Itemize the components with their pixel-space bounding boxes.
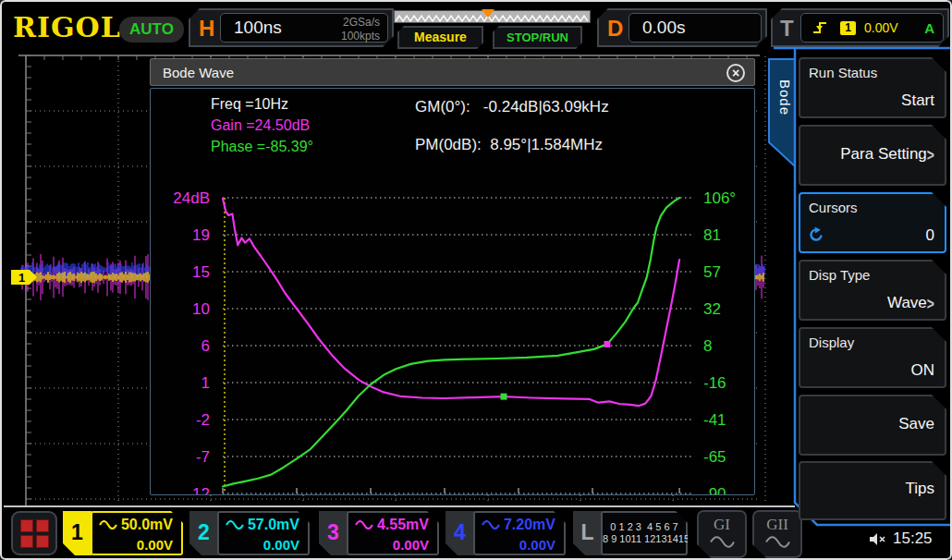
- delay-label: D: [607, 11, 623, 46]
- svg-text:57: 57: [703, 263, 721, 281]
- bottom-separator: [4, 505, 795, 507]
- sine-wave-icon: [764, 536, 790, 548]
- svg-text:-41: -41: [703, 411, 726, 429]
- svg-text:-7: -7: [196, 448, 210, 466]
- horizontal-label: H: [199, 11, 214, 46]
- delay-value: 0.00s: [642, 18, 685, 38]
- menu-item-para-setting[interactable]: Para Setting>: [799, 125, 946, 186]
- menu-value: Start: [901, 91, 934, 110]
- menu-value: ON: [911, 361, 935, 380]
- menu-item-disp-type[interactable]: Disp Type Wave>: [799, 260, 946, 321]
- menu-label: Disp Type: [809, 267, 870, 283]
- channel-2-number: 2: [189, 511, 218, 555]
- cursor-freq-readout: Freq =10Hz: [211, 96, 288, 113]
- speaker-muted-icon: [869, 532, 886, 546]
- channel-1-box[interactable]: 1 50.0mV 0.00V: [63, 511, 183, 555]
- svg-text:32: 32: [703, 300, 721, 318]
- horizontal-panel[interactable]: H 100ns 2GSa/s100kpts: [189, 8, 394, 47]
- menu-label: Run Status: [809, 65, 877, 80]
- horizontal-readout: 100ns 2GSa/s100kpts: [220, 13, 388, 43]
- menu-value: Tips: [906, 480, 935, 498]
- logic-channel-numbers: 0 1 2 3 4 5 6 78 9 1011 12131415: [601, 511, 688, 555]
- sine-wave-icon: [709, 536, 735, 548]
- gain-margin-readout: GM(0°): -0.24dB|63.09kHz: [415, 98, 609, 116]
- trigger-source-badge: 1: [840, 21, 856, 35]
- menu-value: Wave>: [887, 294, 934, 312]
- svg-text:1: 1: [201, 374, 210, 392]
- main-menu-button[interactable]: [11, 511, 57, 555]
- delay-panel[interactable]: D 0.00s: [597, 8, 767, 47]
- svg-text:-12: -12: [187, 485, 210, 494]
- menu-value: Para Setting>: [840, 145, 934, 164]
- channel-4-box[interactable]: 4 7.20mV 0.00V: [445, 511, 566, 555]
- trigger-sweep-mode: A: [924, 20, 934, 36]
- channel-2-values: 57.0mV 0.00V: [217, 511, 310, 555]
- ac-coupling-icon: [482, 520, 500, 530]
- channel-4-values: 7.20mV 0.00V: [473, 511, 566, 555]
- channel-2-box[interactable]: 2 57.0mV 0.00V: [189, 511, 310, 555]
- stop-run-button[interactable]: STOP/RUN: [493, 26, 582, 49]
- menu-item-save[interactable]: Save: [799, 395, 946, 456]
- channel-3-values: 4.55mV 0.00V: [347, 511, 439, 555]
- svg-text:10: 10: [192, 300, 210, 318]
- dialog-header[interactable]: Bode Wave ×: [150, 58, 755, 86]
- trigger-label: T: [780, 11, 794, 46]
- menu-value: 0: [926, 226, 934, 245]
- status-clock: 15:25: [869, 530, 933, 548]
- cursor-gain-readout: Gain =24.50dB: [211, 117, 310, 134]
- generator-1-label: GI: [699, 515, 745, 535]
- channel-4-number: 4: [445, 511, 474, 555]
- trigger-panel[interactable]: T 1 0.00V A: [771, 8, 949, 47]
- svg-text:-65: -65: [703, 448, 726, 466]
- dialog-title: Bode Wave: [163, 59, 234, 87]
- svg-text:1: 1: [18, 271, 25, 285]
- menu-value: Save: [898, 415, 934, 433]
- menu-grid-icon: [20, 519, 33, 532]
- svg-text:81: 81: [703, 226, 721, 244]
- sample-rate: 2GSa/s100kpts: [341, 16, 380, 43]
- svg-text:24dB: 24dB: [173, 189, 210, 207]
- trigger-position-marker: [482, 9, 494, 18]
- svg-text:106°: 106°: [703, 189, 736, 207]
- ac-coupling-icon: [99, 520, 117, 530]
- menu-item-run-status[interactable]: Run Status Start: [799, 57, 946, 118]
- svg-text:8: 8: [703, 337, 712, 355]
- menu-label: Display: [809, 335, 854, 350]
- brand-logo: RIGOL: [13, 11, 121, 43]
- measure-button[interactable]: Measure: [397, 26, 483, 49]
- cursor-phase-readout: Phase =-85.39°: [211, 139, 313, 155]
- close-icon[interactable]: ×: [726, 64, 745, 82]
- channel-3-box[interactable]: 3 4.55mV 0.00V: [319, 511, 439, 555]
- svg-text:-2: -2: [196, 411, 210, 429]
- channel-3-number: 3: [319, 511, 348, 555]
- svg-text:19: 19: [192, 226, 210, 244]
- generator-1-button[interactable]: GI: [697, 510, 747, 558]
- dialog-body: 24dB106°198115571032681-16-2-41-7-65-12-…: [150, 88, 755, 495]
- ac-coupling-icon: [355, 520, 373, 530]
- menu-label: Cursors: [809, 200, 858, 215]
- tab-bode[interactable]: Bode: [773, 79, 793, 144]
- bode-wave-dialog: Bode Wave × 24dB106°198115571032681-16-2…: [150, 58, 755, 495]
- acquire-mode-badge: AUTO: [119, 17, 184, 43]
- ac-coupling-icon: [226, 520, 244, 530]
- channel-1-number: 1: [63, 511, 92, 555]
- svg-text:6: 6: [201, 337, 210, 355]
- clock: 15:25: [893, 530, 933, 548]
- menu-item-cursors[interactable]: Cursors 0: [799, 192, 946, 253]
- svg-text:-16: -16: [703, 374, 726, 392]
- logic-channels-box[interactable]: L 0 1 2 3 4 5 6 78 9 1011 12131415: [573, 511, 688, 555]
- svg-text:-90: -90: [703, 485, 726, 494]
- timebase-value: 100ns: [234, 18, 282, 38]
- edge-trigger-icon: [812, 20, 828, 35]
- menu-item-tips[interactable]: Tips: [799, 461, 946, 520]
- channel-1-values: 50.0mV 0.00V: [91, 511, 183, 555]
- oscilloscope-screen: RIGOL AUTO H 100ns 2GSa/s100kpts Measure…: [0, 0, 952, 560]
- rotate-icon: [808, 226, 824, 243]
- phase-margin-readout: PM(0dB): 8.95°|1.584MHz: [415, 136, 603, 154]
- trigger-level-value: 0.00V: [864, 20, 898, 35]
- logic-label: L: [573, 511, 602, 555]
- svg-text:15: 15: [192, 263, 210, 281]
- menu-item-display[interactable]: Display ON: [799, 327, 946, 388]
